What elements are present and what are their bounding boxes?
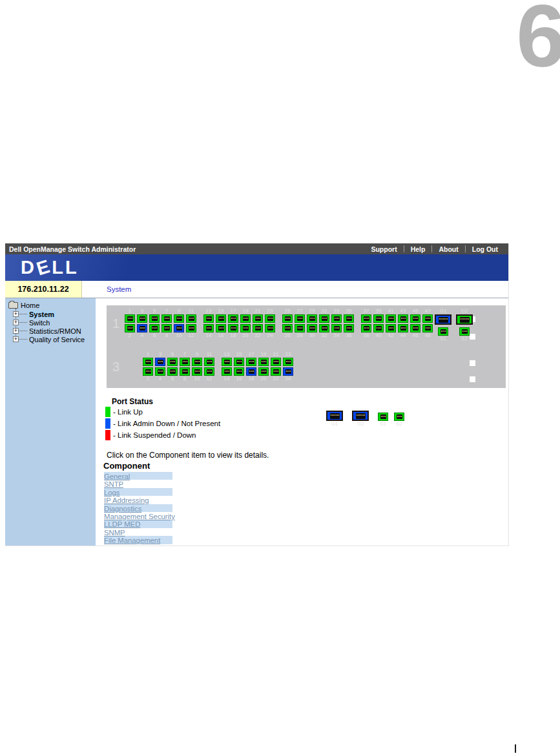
port-1-1[interactable] xyxy=(125,314,135,323)
port-3-22[interactable] xyxy=(271,367,281,376)
port-1-g2[interactable] xyxy=(456,314,473,325)
sidebar-item-system[interactable]: +System xyxy=(5,310,96,318)
port-1-11[interactable] xyxy=(186,314,196,323)
port-1-33[interactable] xyxy=(331,314,342,323)
port-1-28[interactable] xyxy=(295,324,305,332)
port-1-13[interactable] xyxy=(203,314,214,323)
port-1-8[interactable] xyxy=(161,324,172,332)
port-1-22[interactable] xyxy=(253,324,263,332)
port-3-18[interactable] xyxy=(246,367,256,376)
port-1-23[interactable] xyxy=(265,314,275,323)
topbar-link-support[interactable]: Support xyxy=(364,245,403,253)
port-3-1[interactable] xyxy=(143,358,153,366)
component-link-file-management[interactable]: File Management xyxy=(104,536,160,544)
port-1-18[interactable] xyxy=(228,324,238,332)
component-link-general[interactable]: General xyxy=(104,473,130,480)
port-1-3[interactable] xyxy=(137,314,147,323)
port-1-47[interactable] xyxy=(422,314,433,323)
port-3-s1[interactable] xyxy=(378,413,388,421)
port-3-6[interactable] xyxy=(167,367,178,376)
port-1-7[interactable] xyxy=(161,314,172,323)
port-1-42[interactable] xyxy=(386,324,396,332)
component-link-snmp[interactable]: SNMP xyxy=(104,529,125,536)
port-3-21[interactable] xyxy=(271,358,281,366)
component-link-advanced-settings[interactable]: Advanced Settings xyxy=(104,545,165,546)
port-1-46[interactable] xyxy=(410,324,420,332)
port-3-g2[interactable] xyxy=(352,411,369,421)
port-1-g1[interactable] xyxy=(435,314,451,325)
port-1-27[interactable] xyxy=(295,314,305,323)
port-3-19[interactable] xyxy=(258,358,269,366)
port-1-32[interactable] xyxy=(319,324,329,332)
port-1-24[interactable] xyxy=(265,324,275,332)
sidebar-item-switch[interactable]: +Switch xyxy=(5,318,96,327)
port-3-10[interactable] xyxy=(192,367,202,376)
port-3-7[interactable] xyxy=(180,358,190,366)
port-3-23[interactable] xyxy=(283,358,293,366)
port-1-17[interactable] xyxy=(228,314,238,323)
port-3-17[interactable] xyxy=(246,358,256,366)
port-1-4[interactable] xyxy=(137,324,147,332)
port-1-20[interactable] xyxy=(240,324,251,332)
tab-system[interactable]: System xyxy=(82,281,131,298)
port-1-9[interactable] xyxy=(174,314,184,323)
port-3-5[interactable] xyxy=(167,358,178,366)
expand-icon[interactable]: + xyxy=(13,320,19,325)
port-3-g1[interactable] xyxy=(326,411,343,421)
component-link-diagnostics[interactable]: Diagnostics xyxy=(104,505,141,513)
port-3-24[interactable] xyxy=(283,367,293,376)
component-link-ip-addressing[interactable]: IP Addressing xyxy=(104,496,149,504)
port-1-41[interactable] xyxy=(386,314,396,323)
component-link-sntp[interactable]: SNTP xyxy=(104,480,123,488)
port-1-s2[interactable] xyxy=(459,327,470,336)
port-1-31[interactable] xyxy=(319,314,329,323)
port-3-14[interactable] xyxy=(222,367,232,376)
port-1-38[interactable] xyxy=(361,324,371,332)
port-1-39[interactable] xyxy=(373,314,384,323)
port-1-45[interactable] xyxy=(410,314,420,323)
port-1-16[interactable] xyxy=(216,324,226,332)
port-1-37[interactable] xyxy=(361,314,371,323)
port-1-30[interactable] xyxy=(307,324,317,332)
port-3-2[interactable] xyxy=(143,367,153,376)
port-3-9[interactable] xyxy=(192,358,202,366)
component-link-management-security[interactable]: Management Security xyxy=(104,513,175,520)
port-3-13[interactable] xyxy=(222,358,232,366)
topbar-link-help[interactable]: Help xyxy=(404,245,432,253)
component-link-lldp-med[interactable]: LLDP MED xyxy=(104,520,140,528)
port-1-6[interactable] xyxy=(149,324,160,332)
port-1-10[interactable] xyxy=(174,324,184,332)
port-3-3[interactable] xyxy=(155,358,165,366)
expand-icon[interactable]: + xyxy=(13,311,19,317)
port-1-34[interactable] xyxy=(331,324,342,332)
sidebar-item-statistics-rmon[interactable]: +Statistics/RMON xyxy=(5,327,96,335)
sidebar-item-quality-of-service[interactable]: +Quality of Service xyxy=(5,335,96,343)
port-3-15[interactable] xyxy=(234,358,244,366)
port-3-s2[interactable] xyxy=(394,413,404,421)
port-1-43[interactable] xyxy=(398,314,408,323)
port-1-26[interactable] xyxy=(282,324,293,332)
port-1-19[interactable] xyxy=(240,314,251,323)
expand-icon[interactable]: + xyxy=(13,336,19,342)
component-link-logs[interactable]: Logs xyxy=(104,489,120,496)
port-3-4[interactable] xyxy=(155,367,165,376)
port-1-5[interactable] xyxy=(149,314,160,323)
port-3-12[interactable] xyxy=(204,367,214,376)
port-1-14[interactable] xyxy=(203,324,214,332)
sidebar-item-home[interactable]: Home xyxy=(5,301,96,310)
port-1-s1[interactable] xyxy=(438,327,448,336)
topbar-link-about[interactable]: About xyxy=(432,245,464,253)
port-3-20[interactable] xyxy=(258,367,269,376)
port-1-29[interactable] xyxy=(307,314,317,323)
port-1-15[interactable] xyxy=(216,314,226,323)
port-3-16[interactable] xyxy=(234,367,244,376)
port-1-48[interactable] xyxy=(422,324,433,332)
expand-icon[interactable]: + xyxy=(13,328,19,334)
port-1-25[interactable] xyxy=(282,314,293,323)
port-1-35[interactable] xyxy=(344,314,354,323)
port-1-2[interactable] xyxy=(125,324,135,332)
port-1-21[interactable] xyxy=(253,314,263,323)
port-3-11[interactable] xyxy=(204,358,214,366)
port-1-12[interactable] xyxy=(186,324,196,332)
topbar-link-log-out[interactable]: Log Out xyxy=(466,245,504,253)
